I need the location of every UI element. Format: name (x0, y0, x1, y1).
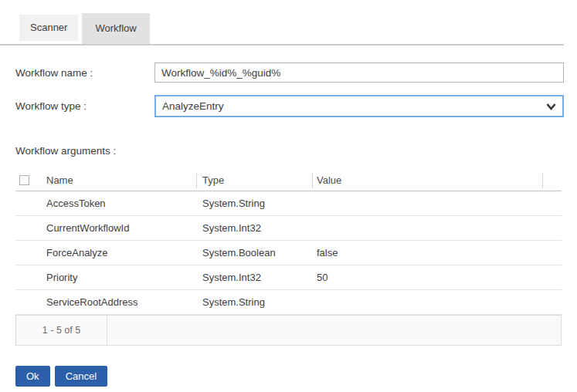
action-buttons: Ok Cancel (0, 366, 564, 387)
header-checkbox-cell (15, 173, 46, 188)
table-row[interactable]: CurrentWorkflowId System.Int32 (15, 216, 562, 241)
column-header-value[interactable]: Value (313, 173, 543, 188)
arguments-table-header: Name Type Value (15, 170, 562, 191)
workflow-form: Workflow name : Workflow type : AnalyzeE… (0, 63, 564, 346)
ok-button[interactable]: Ok (15, 366, 50, 387)
workflow-type-label: Workflow type : (15, 100, 154, 112)
select-all-checkbox[interactable] (19, 175, 29, 185)
workflow-name-label: Workflow name : (15, 67, 154, 79)
workflow-type-selected-value: AnalyzeEntry (162, 100, 224, 112)
tab-workflow[interactable]: Workflow (82, 13, 149, 44)
argument-type: System.String (197, 296, 313, 308)
column-header-type[interactable]: Type (197, 173, 313, 188)
pagination-spacer (107, 316, 561, 345)
table-row[interactable]: ForceAnalyze System.Boolean false (15, 241, 562, 265)
argument-name: ForceAnalyze (46, 247, 197, 259)
column-header-name[interactable]: Name (46, 173, 197, 188)
tab-scanner[interactable]: Scanner (19, 15, 78, 41)
cancel-button[interactable]: Cancel (55, 366, 107, 387)
table-row[interactable]: Priority System.Int32 50 (15, 265, 562, 290)
argument-type: System.Boolean (197, 247, 313, 259)
workflow-type-select[interactable]: AnalyzeEntry (154, 95, 564, 117)
workflow-arguments-label: Workflow arguments : (15, 145, 564, 157)
argument-type: System.String (197, 198, 313, 209)
column-header-stub (543, 173, 562, 188)
argument-name: AccessToken (46, 198, 197, 209)
argument-type: System.Int32 (197, 272, 313, 283)
table-row[interactable]: AccessToken System.String (15, 191, 562, 216)
argument-name: ServiceRootAddress (46, 296, 197, 308)
argument-value: 50 (313, 272, 543, 283)
table-row[interactable]: ServiceRootAddress System.String (15, 290, 562, 315)
workflow-type-row: Workflow type : AnalyzeEntry (15, 95, 564, 117)
workflow-settings-page: Scanner Workflow Workflow name : Workflo… (0, 0, 577, 387)
tab-bar: Scanner Workflow (0, 13, 564, 46)
pagination-bar: 1 - 5 of 5 (15, 315, 562, 346)
page-range-text: 1 - 5 of 5 (16, 316, 107, 345)
workflow-name-input[interactable] (154, 63, 564, 83)
argument-value: false (313, 247, 543, 259)
workflow-name-row: Workflow name : (15, 63, 564, 83)
arguments-table: Name Type Value AccessToken System.Strin… (15, 170, 562, 346)
argument-name: Priority (46, 272, 197, 283)
arguments-table-body: AccessToken System.String CurrentWorkflo… (15, 191, 562, 315)
argument-type: System.Int32 (197, 222, 313, 234)
argument-name: CurrentWorkflowId (46, 222, 197, 234)
chevron-down-icon (545, 102, 557, 111)
